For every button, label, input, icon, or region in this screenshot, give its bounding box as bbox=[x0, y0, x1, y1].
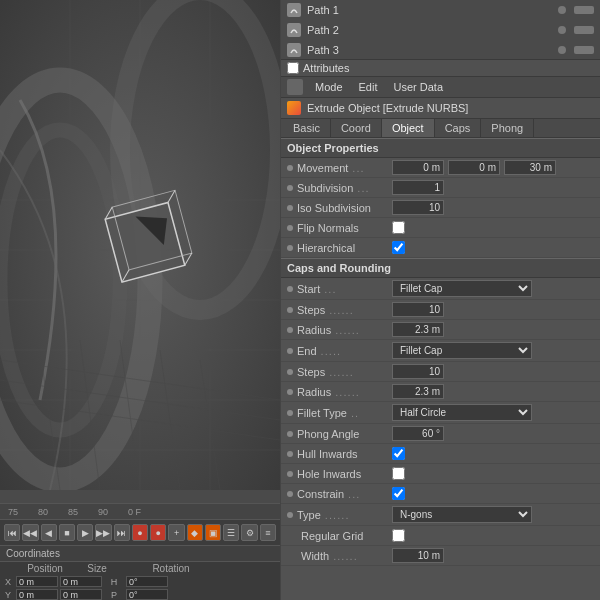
start-controls: Fillet Cap Cap None bbox=[392, 280, 594, 297]
movement-dot bbox=[287, 165, 293, 171]
caps-rounding-header: Caps and Rounding bbox=[281, 258, 600, 278]
record2-btn[interactable]: ● bbox=[150, 524, 166, 541]
play-stop-btn[interactable]: ■ bbox=[59, 524, 75, 541]
movement-z-input[interactable] bbox=[504, 160, 556, 175]
path3-color bbox=[574, 46, 594, 54]
flip-normals-dot bbox=[287, 225, 293, 231]
user-data-button[interactable]: User Data bbox=[390, 80, 448, 94]
steps-end-controls bbox=[392, 364, 594, 379]
hull-inwards-label: Hull Inwards bbox=[287, 448, 392, 460]
steps-end-input[interactable] bbox=[392, 364, 444, 379]
hierarchical-controls bbox=[392, 241, 594, 254]
tool3-btn[interactable]: ▣ bbox=[205, 524, 221, 541]
constrain-dot bbox=[287, 491, 293, 497]
mode-button[interactable]: Mode bbox=[311, 80, 347, 94]
start-label: Start . . . bbox=[287, 283, 392, 295]
coordinates-section: Coordinates Position Size Rotation X H bbox=[0, 546, 280, 600]
path1-icon bbox=[287, 3, 301, 17]
col-header-size: Size bbox=[72, 563, 122, 574]
3d-scene bbox=[0, 0, 280, 490]
end-dropdown[interactable]: Fillet Cap Cap None bbox=[392, 342, 532, 359]
pos-y-input[interactable] bbox=[16, 589, 58, 600]
path2-color bbox=[574, 26, 594, 34]
viewport[interactable]: 75 80 85 90 0 F ⏮ ◀◀ ◀ ■ ▶ ▶▶ ⏭ ● ● + ◆ … bbox=[0, 0, 280, 600]
hull-inwards-checkbox[interactable] bbox=[392, 447, 405, 460]
flip-normals-checkbox[interactable] bbox=[392, 221, 405, 234]
width-input[interactable] bbox=[392, 548, 444, 563]
flip-normals-row: Flip Normals bbox=[281, 218, 600, 238]
ruler-mark-80: 80 bbox=[38, 507, 48, 517]
path3-label: Path 3 bbox=[307, 44, 339, 56]
hole-inwards-checkbox[interactable] bbox=[392, 467, 405, 480]
hierarchical-checkbox[interactable] bbox=[392, 241, 405, 254]
tool1-btn[interactable]: + bbox=[168, 524, 184, 541]
fillet-type-dropdown[interactable]: Half Circle Convex Concave bbox=[392, 404, 532, 421]
regular-grid-checkbox[interactable] bbox=[392, 529, 405, 542]
constrain-checkbox[interactable] bbox=[392, 487, 405, 500]
object-list: Path 1 Path 2 Path 3 bbox=[281, 0, 600, 60]
col-header-rotation: Rotation bbox=[146, 563, 196, 574]
play-first-btn[interactable]: ⏮ bbox=[4, 524, 20, 541]
pos-x-input[interactable] bbox=[16, 576, 58, 587]
type-dot bbox=[287, 512, 293, 518]
subdivision-row: Subdivision . . . bbox=[281, 178, 600, 198]
subdivision-label: Subdivision . . . bbox=[287, 182, 392, 194]
regular-grid-row: Regular Grid bbox=[281, 526, 600, 546]
radius-end-label: Radius . . . . . . bbox=[287, 386, 392, 398]
regular-grid-controls bbox=[392, 529, 594, 542]
hull-inwards-controls bbox=[392, 447, 594, 460]
play-fwd-btn[interactable]: ▶ bbox=[77, 524, 93, 541]
play-fast-btn[interactable]: ▶▶ bbox=[95, 524, 111, 541]
movement-y-input[interactable] bbox=[448, 160, 500, 175]
type-dropdown[interactable]: N-gons Quads Triangles bbox=[392, 506, 532, 523]
end-label: End . . . . . bbox=[287, 345, 392, 357]
fillet-type-row: Fillet Type . . Half Circle Convex Conca… bbox=[281, 402, 600, 424]
size-y-input[interactable] bbox=[60, 589, 102, 600]
tool4-btn[interactable]: ☰ bbox=[223, 524, 239, 541]
subdivision-controls bbox=[392, 180, 594, 195]
play-last-btn[interactable]: ⏭ bbox=[114, 524, 130, 541]
regular-grid-label: Regular Grid bbox=[287, 530, 392, 542]
tab-coord[interactable]: Coord bbox=[331, 119, 382, 137]
list-item-path2[interactable]: Path 2 bbox=[281, 20, 600, 40]
play-prev-btn[interactable]: ◀◀ bbox=[22, 524, 38, 541]
movement-x-input[interactable] bbox=[392, 160, 444, 175]
tool6-btn[interactable]: ≡ bbox=[260, 524, 276, 541]
start-dropdown[interactable]: Fillet Cap Cap None bbox=[392, 280, 532, 297]
record-btn[interactable]: ● bbox=[132, 524, 148, 541]
subdivision-input[interactable] bbox=[392, 180, 444, 195]
path2-icon bbox=[287, 23, 301, 37]
iso-subdivision-input[interactable] bbox=[392, 200, 444, 215]
radius-end-input[interactable] bbox=[392, 384, 444, 399]
ruler-mark-85: 85 bbox=[68, 507, 78, 517]
size-x-input[interactable] bbox=[60, 576, 102, 587]
hole-inwards-dot bbox=[287, 471, 293, 477]
tool2-btn[interactable]: ◆ bbox=[187, 524, 203, 541]
play-back-btn[interactable]: ◀ bbox=[41, 524, 57, 541]
start-row: Start . . . Fillet Cap Cap None bbox=[281, 278, 600, 300]
axis-y-label: Y bbox=[2, 590, 14, 600]
tab-basic[interactable]: Basic bbox=[283, 119, 331, 137]
tool5-btn[interactable]: ⚙ bbox=[241, 524, 257, 541]
flip-normals-label: Flip Normals bbox=[287, 222, 392, 234]
steps-end-row: Steps . . . . . . bbox=[281, 362, 600, 382]
rot-p-input[interactable] bbox=[126, 589, 168, 600]
tab-object[interactable]: Object bbox=[382, 119, 435, 137]
phong-angle-controls bbox=[392, 426, 594, 441]
tab-caps[interactable]: Caps bbox=[435, 119, 482, 137]
phong-angle-input[interactable] bbox=[392, 426, 444, 441]
list-item-path1[interactable]: Path 1 bbox=[281, 0, 600, 20]
path2-label: Path 2 bbox=[307, 24, 339, 36]
tab-phong[interactable]: Phong bbox=[481, 119, 534, 137]
type-label: Type . . . . . . bbox=[287, 509, 392, 521]
attributes-checkbox[interactable] bbox=[287, 62, 299, 74]
extrude-icon bbox=[287, 101, 301, 115]
rot-h-input[interactable] bbox=[126, 576, 168, 587]
edit-button[interactable]: Edit bbox=[355, 80, 382, 94]
radius-start-input[interactable] bbox=[392, 322, 444, 337]
steps-start-input[interactable] bbox=[392, 302, 444, 317]
list-item-path3[interactable]: Path 3 bbox=[281, 40, 600, 60]
coordinates-header: Coordinates bbox=[0, 546, 280, 562]
radius-start-label: Radius . . . . . . bbox=[287, 324, 392, 336]
steps-end-dot bbox=[287, 369, 293, 375]
